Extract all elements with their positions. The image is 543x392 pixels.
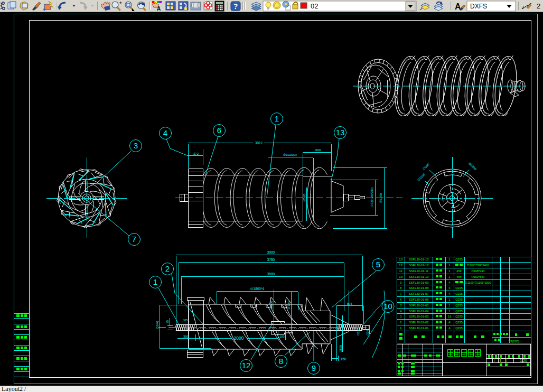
svg-text:9: 9 xyxy=(312,363,316,372)
svg-text:45#: 45# xyxy=(456,275,462,278)
svg-text:3: 3 xyxy=(134,141,138,150)
svg-text:4: 4 xyxy=(448,281,451,284)
svg-text:372: 372 xyxy=(193,152,199,155)
svg-text:7: 7 xyxy=(400,292,402,295)
svg-text:Q235: Q235 xyxy=(455,326,463,330)
svg-text:3900: 3900 xyxy=(267,250,275,254)
svg-text:SSFLJ0-01-05: SSFLJ0-01-05 xyxy=(409,304,428,307)
svg-text:∅720(M8*250): ∅720(M8*250) xyxy=(370,188,373,207)
svg-text:2: 2 xyxy=(537,2,540,10)
svg-text:390: 390 xyxy=(183,335,189,338)
svg-text:365: 365 xyxy=(183,319,188,322)
svg-text:SSFLJ0-01-09: SSFLJ0-01-09 xyxy=(409,281,428,284)
svg-text:±: ± xyxy=(119,0,122,5)
svg-text:10: 10 xyxy=(383,302,392,311)
svg-text:12: 12 xyxy=(399,263,402,267)
svg-text:2: 2 xyxy=(165,264,170,273)
svg-text:1: 1 xyxy=(448,257,451,261)
svg-text:∅1800*4: ∅1800*4 xyxy=(250,287,265,291)
svg-text:DXFS: DXFS xyxy=(470,3,487,10)
svg-text:∅980: ∅980 xyxy=(422,163,430,171)
svg-text:2000: 2000 xyxy=(234,335,244,341)
svg-text:∅108*240: ∅108*240 xyxy=(471,269,484,273)
svg-text:∅102*540: ∅102*540 xyxy=(471,275,484,278)
svg-text:150: 150 xyxy=(341,357,347,361)
svg-text:∅102*∅89*3460: ∅102*∅89*3460 xyxy=(467,264,489,267)
svg-text:875: 875 xyxy=(347,302,353,305)
svg-text:1: 1 xyxy=(275,114,279,123)
svg-text:A: A xyxy=(157,6,161,12)
svg-text:3780: 3780 xyxy=(267,258,275,262)
svg-text:Q235: Q235 xyxy=(455,310,463,313)
svg-text:12: 12 xyxy=(242,361,251,370)
svg-text:1: 1 xyxy=(448,275,451,278)
svg-text:SSFLJ0-01-12: SSFLJ0-01-12 xyxy=(409,264,428,267)
svg-text:100: 100 xyxy=(279,335,284,338)
svg-text:1: 1 xyxy=(448,269,451,273)
svg-text:11: 11 xyxy=(399,269,402,273)
svg-text:45#: 45# xyxy=(456,269,462,273)
svg-text:Q235: Q235 xyxy=(455,258,463,261)
svg-text:∅89: ∅89 xyxy=(357,330,360,336)
svg-text:4: 4 xyxy=(448,286,451,290)
svg-text:SSFLJ0-01-10: SSFLJ0-01-10 xyxy=(409,275,428,278)
svg-text:02: 02 xyxy=(311,2,318,10)
svg-text:∅525: ∅525 xyxy=(339,345,342,352)
svg-text:Q235: Q235 xyxy=(455,298,463,301)
svg-text:13: 13 xyxy=(336,128,345,137)
svg-text:Q235: Q235 xyxy=(455,321,463,324)
svg-text:5: 5 xyxy=(376,260,380,269)
svg-text:1: 1 xyxy=(153,277,157,286)
svg-text:11: 11 xyxy=(448,314,452,318)
svg-text:4: 4 xyxy=(163,128,167,137)
svg-text:SSFLJ0-01-02: SSFLJ0-01-02 xyxy=(409,321,428,324)
svg-text:Q235: Q235 xyxy=(455,304,463,307)
svg-text:600: 600 xyxy=(315,148,321,152)
svg-text:SSFLJ0-01-08: SSFLJ0-01-08 xyxy=(409,286,428,290)
svg-text:25: 25 xyxy=(166,320,169,323)
svg-text:∅250: ∅250 xyxy=(270,301,273,309)
svg-text:1: 1 xyxy=(400,326,402,330)
svg-text:SSFLJ0-01-01: SSFLJ0-01-01 xyxy=(409,326,428,330)
svg-text:3012: 3012 xyxy=(255,141,263,145)
svg-text:∅24: ∅24 xyxy=(366,330,369,336)
svg-text:∅640: ∅640 xyxy=(156,321,159,329)
svg-text:13: 13 xyxy=(399,257,402,261)
svg-text:∅1020(3): ∅1020(3) xyxy=(283,153,297,156)
svg-text:∅520: ∅520 xyxy=(303,193,306,202)
svg-text:1:20: 1:20 xyxy=(520,359,527,362)
svg-text:4: 4 xyxy=(400,309,402,313)
svg-text:4: 4 xyxy=(448,320,451,324)
svg-text:1: 1 xyxy=(448,297,451,301)
svg-text:∅1150: ∅1150 xyxy=(379,193,382,203)
svg-text:SSFLJ0-01-03: SSFLJ0-01-03 xyxy=(409,315,428,318)
svg-text:1: 1 xyxy=(448,309,451,313)
svg-text:∅120: ∅120 xyxy=(287,301,291,310)
svg-text:9: 9 xyxy=(400,281,402,284)
svg-text:5: 5 xyxy=(400,303,402,307)
svg-text:6: 6 xyxy=(217,126,221,135)
svg-text:1: 1 xyxy=(448,303,451,307)
svg-text:SSFLJ0-01-13: SSFLJ0-01-13 xyxy=(409,258,428,261)
svg-text:SSFLJ0-01-04: SSFLJ0-01-04 xyxy=(409,310,429,313)
svg-text:3580: 3580 xyxy=(267,272,275,276)
svg-text:6: 6 xyxy=(400,297,402,301)
svg-text:3: 3 xyxy=(400,314,402,318)
svg-text:∅1100: ∅1100 xyxy=(417,173,426,182)
svg-text:SSFLJ0-01-06: SSFLJ0-01-06 xyxy=(409,298,428,301)
svg-text:4: 4 xyxy=(448,292,451,295)
svg-text:4: 4 xyxy=(448,326,451,330)
svg-text:SSFLJ0-01-11: SSFLJ0-01-11 xyxy=(409,269,428,273)
svg-text:1: 1 xyxy=(448,263,451,267)
svg-text:?: ? xyxy=(233,2,238,11)
svg-text:SSFLJ0-01-07: SSFLJ0-01-07 xyxy=(409,292,428,295)
svg-text:Q235: Q235 xyxy=(455,292,463,295)
svg-text:10: 10 xyxy=(399,275,402,278)
svg-text:8: 8 xyxy=(279,357,283,366)
svg-text:2: 2 xyxy=(400,320,402,324)
svg-text:Q235: Q235 xyxy=(455,286,463,290)
svg-text:∅1100*∅1161*1500: ∅1100*∅1161*1500 xyxy=(465,281,491,284)
svg-text:Q235: Q235 xyxy=(455,315,463,318)
svg-text:∅1200: ∅1200 xyxy=(468,162,478,171)
svg-text:8: 8 xyxy=(400,286,402,290)
